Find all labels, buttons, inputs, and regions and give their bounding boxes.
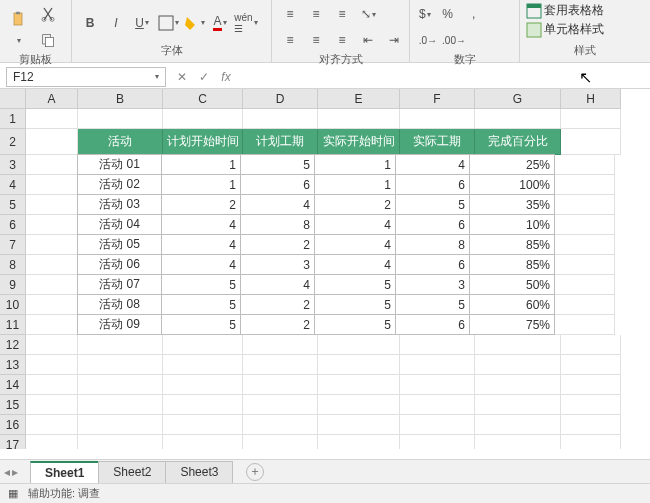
italic-button[interactable]: I	[104, 11, 128, 35]
row-header-4[interactable]: 4	[0, 175, 26, 195]
cell-E5[interactable]: 2	[314, 194, 396, 215]
cell-D16[interactable]	[243, 415, 318, 435]
cell-G4[interactable]: 100%	[469, 174, 555, 195]
fill-color-button[interactable]: ▾	[182, 11, 206, 35]
cell-F12[interactable]	[400, 335, 475, 355]
cell-F5[interactable]: 5	[395, 194, 470, 215]
cell-C7[interactable]: 4	[161, 234, 241, 255]
cell-F4[interactable]: 6	[395, 174, 470, 195]
formula-input[interactable]	[234, 67, 650, 87]
cell-D9[interactable]: 4	[240, 274, 315, 295]
cell-E1[interactable]	[318, 109, 400, 129]
cell-F7[interactable]: 8	[395, 234, 470, 255]
cell-H10[interactable]	[555, 295, 615, 315]
row-header-17[interactable]: 17	[0, 435, 26, 449]
row-header-1[interactable]: 1	[0, 109, 26, 129]
row-header-5[interactable]: 5	[0, 195, 26, 215]
cell-C17[interactable]	[163, 435, 243, 449]
cell-E8[interactable]: 4	[314, 254, 396, 275]
cell-E3[interactable]: 1	[314, 154, 396, 175]
cell-G14[interactable]	[475, 375, 561, 395]
cell-F15[interactable]	[400, 395, 475, 415]
cell-B5[interactable]: 活动 03	[77, 194, 162, 215]
cell-F10[interactable]: 5	[395, 294, 470, 315]
underline-button[interactable]: U▾	[130, 11, 154, 35]
cell-B10[interactable]: 活动 08	[77, 294, 162, 315]
cell-G13[interactable]	[475, 355, 561, 375]
cell-B13[interactable]	[78, 355, 163, 375]
paste-button[interactable]	[6, 7, 30, 31]
cell-E15[interactable]	[318, 395, 400, 415]
cell-G5[interactable]: 35%	[469, 194, 555, 215]
cell-D11[interactable]: 2	[240, 314, 315, 335]
cell-C3[interactable]: 1	[161, 154, 241, 175]
cell-H17[interactable]	[561, 435, 621, 449]
cell-B14[interactable]	[78, 375, 163, 395]
cell-E13[interactable]	[318, 355, 400, 375]
cell-F8[interactable]: 6	[395, 254, 470, 275]
decrease-decimal-button[interactable]: .00→	[442, 28, 466, 52]
sheet-tab-sheet1[interactable]: Sheet1	[30, 461, 99, 483]
cell-H5[interactable]	[555, 195, 615, 215]
sheet-tab-sheet2[interactable]: Sheet2	[98, 461, 166, 483]
cell-D5[interactable]: 4	[240, 194, 315, 215]
comma-button[interactable]: ,	[462, 2, 486, 26]
format-as-table-button[interactable]: 套用表格格	[526, 2, 604, 19]
cell-E2[interactable]: 实际开始时间	[318, 129, 400, 155]
row-header-11[interactable]: 11	[0, 315, 26, 335]
cell-A1[interactable]	[26, 109, 78, 129]
sheet-nav-next-icon[interactable]: ▸	[12, 465, 18, 479]
enter-formula-icon[interactable]: ✓	[196, 70, 212, 84]
align-bottom-button[interactable]: ≡	[330, 2, 354, 26]
cell-D14[interactable]	[243, 375, 318, 395]
cell-H3[interactable]	[555, 155, 615, 175]
cell-A5[interactable]	[26, 195, 78, 215]
cell-E17[interactable]	[318, 435, 400, 449]
cell-H1[interactable]	[561, 109, 621, 129]
cell-A2[interactable]	[26, 129, 78, 155]
cell-A4[interactable]	[26, 175, 78, 195]
cell-F16[interactable]	[400, 415, 475, 435]
cell-A11[interactable]	[26, 315, 78, 335]
cell-H2[interactable]	[561, 129, 621, 155]
row-header-14[interactable]: 14	[0, 375, 26, 395]
cell-B16[interactable]	[78, 415, 163, 435]
cell-H9[interactable]	[555, 275, 615, 295]
cell-G6[interactable]: 10%	[469, 214, 555, 235]
cell-C14[interactable]	[163, 375, 243, 395]
cell-G8[interactable]: 85%	[469, 254, 555, 275]
cell-B8[interactable]: 活动 06	[77, 254, 162, 275]
cell-H16[interactable]	[561, 415, 621, 435]
column-header-G[interactable]: G	[475, 89, 561, 109]
cell-C11[interactable]: 5	[161, 314, 241, 335]
cell-F17[interactable]	[400, 435, 475, 449]
add-sheet-button[interactable]: ＋	[246, 463, 264, 481]
row-header-6[interactable]: 6	[0, 215, 26, 235]
percent-button[interactable]: %	[436, 2, 460, 26]
cell-D7[interactable]: 2	[240, 234, 315, 255]
cell-C13[interactable]	[163, 355, 243, 375]
align-left-button[interactable]: ≡	[278, 28, 302, 52]
cell-A3[interactable]	[26, 155, 78, 175]
select-all-corner[interactable]	[0, 89, 26, 109]
cell-styles-button[interactable]: 单元格样式	[526, 21, 604, 38]
cell-G3[interactable]: 25%	[469, 154, 555, 175]
cell-G12[interactable]	[475, 335, 561, 355]
cell-F11[interactable]: 6	[395, 314, 470, 335]
cell-C1[interactable]	[163, 109, 243, 129]
cell-H6[interactable]	[555, 215, 615, 235]
row-header-10[interactable]: 10	[0, 295, 26, 315]
cell-D2[interactable]: 计划工期	[243, 129, 318, 155]
paste-dropdown[interactable]: ▾	[6, 33, 30, 47]
cell-B6[interactable]: 活动 04	[77, 214, 162, 235]
cell-B17[interactable]	[78, 435, 163, 449]
cell-E11[interactable]: 5	[314, 314, 396, 335]
fx-icon[interactable]: fx	[218, 70, 234, 84]
cell-H12[interactable]	[561, 335, 621, 355]
cell-G10[interactable]: 60%	[469, 294, 555, 315]
cell-C9[interactable]: 5	[161, 274, 241, 295]
increase-decimal-button[interactable]: .0→	[416, 28, 440, 52]
cell-C16[interactable]	[163, 415, 243, 435]
cell-E16[interactable]	[318, 415, 400, 435]
cell-B1[interactable]	[78, 109, 163, 129]
